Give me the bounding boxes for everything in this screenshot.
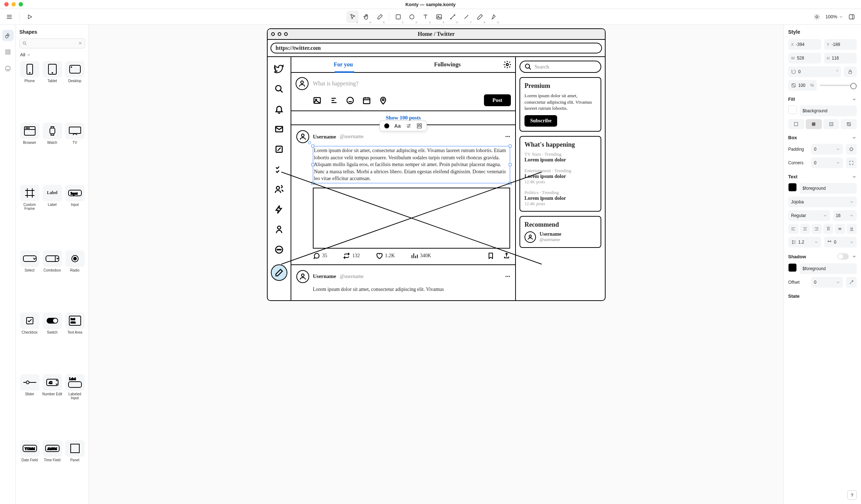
shadow-direction-button[interactable]: [846, 277, 857, 288]
shape-time-field[interactable]: AM/PMTime Field: [42, 440, 62, 500]
line2-tool[interactable]: 7: [460, 11, 472, 23]
show-posts-link[interactable]: Show 100 posts Aa: [291, 111, 515, 125]
eraser-tool[interactable]: E: [374, 11, 386, 23]
rotation-field[interactable]: 0°: [788, 66, 841, 77]
align-left-button[interactable]: [788, 224, 799, 234]
shape-select[interactable]: Select: [19, 250, 40, 310]
shape-tablet[interactable]: Tablet: [42, 61, 62, 121]
rect-tool[interactable]: 2: [392, 11, 404, 23]
corners-individual-button[interactable]: [846, 157, 857, 168]
share-icon[interactable]: [503, 252, 510, 259]
shadow-section[interactable]: Shadow: [788, 253, 857, 260]
shape-radio[interactable]: Radio: [65, 250, 85, 310]
shape-switch[interactable]: Switch: [42, 312, 62, 372]
like-stat[interactable]: 1.2K: [376, 252, 395, 259]
play-button[interactable]: [25, 12, 35, 22]
fill-mode-solid[interactable]: [806, 119, 822, 129]
shape-checkbox[interactable]: Checkbox: [19, 312, 40, 372]
color-pick-icon[interactable]: [384, 123, 389, 128]
profile-icon[interactable]: [274, 224, 284, 235]
shape-textarea[interactable]: textareaText Area: [65, 312, 85, 372]
box-section[interactable]: Box: [788, 135, 857, 140]
fill-value-field[interactable]: $background: [800, 105, 857, 116]
pencil-tool[interactable]: 8: [474, 11, 486, 23]
text-section[interactable]: Text: [788, 174, 857, 179]
minimize-window-icon[interactable]: [11, 2, 16, 6]
emoji-tab[interactable]: [2, 63, 14, 74]
lock-button[interactable]: [844, 66, 857, 77]
schedule-action-icon[interactable]: [362, 96, 371, 105]
adjust-icon[interactable]: [406, 123, 411, 129]
layout-icon[interactable]: [417, 123, 422, 129]
shape-slider[interactable]: Slider: [19, 374, 40, 438]
shape-input[interactable]: InputInput: [65, 185, 85, 248]
more-icon[interactable]: [274, 244, 284, 255]
mockup-browser[interactable]: Home / Twitter https://twitter.com: [267, 28, 606, 301]
state-section[interactable]: State: [788, 293, 857, 299]
trend-3[interactable]: Politics · Trending Lorem ipsum dolor 12…: [524, 190, 596, 207]
shadow-offset-field[interactable]: 0: [811, 277, 843, 288]
trend-2[interactable]: Entertainment · Trending Lorem ipsum dol…: [524, 168, 596, 185]
text-color-field[interactable]: $foreground: [800, 183, 857, 194]
shape-label[interactable]: LabelLabel: [42, 185, 62, 248]
image-tool[interactable]: 5: [433, 11, 445, 23]
subscribe-button[interactable]: Subscribe: [524, 115, 557, 127]
zoom-control[interactable]: 100%: [825, 14, 843, 19]
poll-action-icon[interactable]: [329, 96, 338, 105]
bolt-icon[interactable]: [274, 204, 284, 215]
font-icon[interactable]: Aa: [394, 123, 401, 129]
shape-browser[interactable]: Browser: [19, 123, 40, 182]
selected-text-element[interactable]: Lorem ipsum dolor sit amet, consectetur …: [313, 146, 510, 183]
mail-icon[interactable]: [274, 124, 284, 135]
line-height-field[interactable]: 1.2: [788, 237, 821, 248]
shape-panel[interactable]: Panel: [65, 440, 85, 500]
compose-placeholder[interactable]: What is happening?: [313, 80, 358, 87]
reply-stat[interactable]: 35: [313, 252, 327, 259]
select-tool[interactable]: 1: [347, 11, 359, 23]
fill-color-swatch[interactable]: [788, 105, 797, 114]
font-select[interactable]: Jojoba: [788, 197, 857, 207]
retweet-stat[interactable]: 132: [343, 252, 360, 259]
edit-icon[interactable]: [274, 144, 284, 155]
trend-1[interactable]: TV Stars · Trending Lorem ipsum dolor: [524, 151, 596, 163]
opacity-field[interactable]: 100%: [788, 80, 817, 91]
shape-number-edit[interactable]: 42Number Edit: [42, 374, 62, 438]
fill-mode-cross[interactable]: [841, 119, 857, 129]
opacity-slider[interactable]: [820, 85, 857, 86]
shape-labeled-input[interactable]: LabelLabeled Input: [65, 374, 85, 438]
shapes-tab[interactable]: [2, 30, 14, 41]
shadow-color-swatch[interactable]: [788, 263, 797, 272]
shape-watch[interactable]: Watch: [42, 123, 62, 182]
tweet-image-placeholder[interactable]: [313, 188, 510, 249]
maximize-window-icon[interactable]: [19, 2, 23, 6]
tweet-more-icon[interactable]: •••: [505, 134, 510, 140]
fill-mode-hatch[interactable]: [823, 119, 839, 129]
mockup-url[interactable]: https://twitter.com: [270, 43, 602, 53]
size-field[interactable]: 16: [833, 210, 857, 221]
post-button[interactable]: Post: [484, 94, 511, 106]
shadow-toggle[interactable]: [837, 253, 849, 260]
fill-mode-none[interactable]: [788, 119, 804, 129]
fill-section[interactable]: Fill: [788, 96, 857, 102]
padding-field[interactable]: 0: [811, 144, 843, 155]
align-center-button[interactable]: [800, 224, 810, 234]
valign-middle-button[interactable]: [835, 224, 845, 234]
clear-icon[interactable]: ✕: [78, 41, 82, 46]
tweet-2[interactable]: Username @username ••• Lorem ipsum dolor…: [291, 265, 515, 298]
h-field[interactable]: H116: [824, 53, 857, 63]
compose-button[interactable]: [271, 264, 287, 281]
twitter-icon[interactable]: [274, 63, 284, 74]
shapes-filter[interactable]: All: [19, 52, 85, 57]
tweet-1[interactable]: Username @username ••• Lorem ipsum dolor…: [291, 125, 515, 265]
shape-phone[interactable]: Phone: [19, 61, 40, 121]
tab-for-you[interactable]: For you: [291, 61, 395, 68]
align-right-button[interactable]: [811, 224, 822, 234]
help-button[interactable]: ?: [847, 490, 857, 500]
panels-button[interactable]: [847, 12, 857, 22]
shape-tv[interactable]: TV: [65, 123, 85, 182]
search-box[interactable]: Search: [519, 61, 601, 73]
location-action-icon[interactable]: [379, 96, 387, 105]
letter-spacing-field[interactable]: 0: [824, 237, 857, 248]
shape-combobox[interactable]: Combobox: [42, 250, 62, 310]
emoji-action-icon[interactable]: [346, 96, 354, 105]
